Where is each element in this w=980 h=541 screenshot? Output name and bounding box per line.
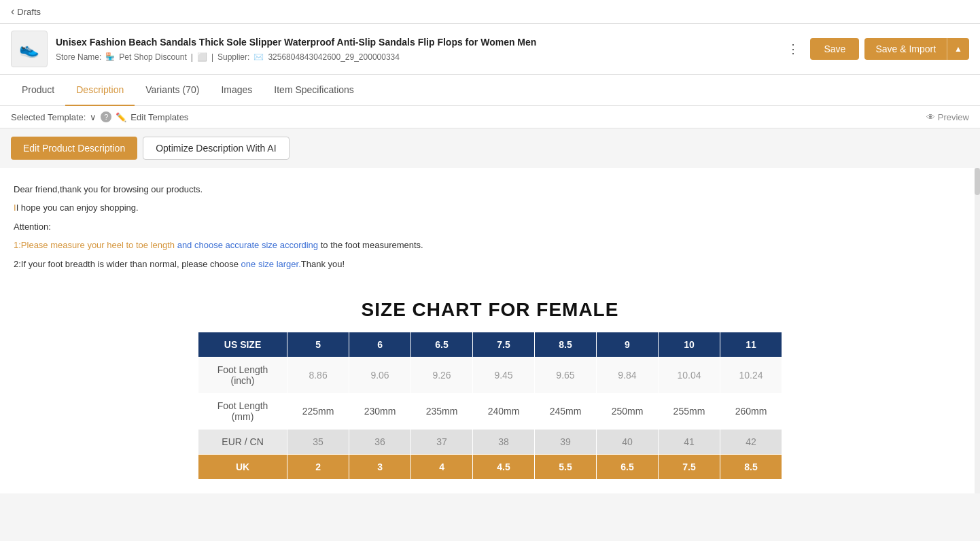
product-title: Unisex Fashion Beach Sandals Thick Sole …	[56, 36, 773, 50]
size-chart-title: SIZE CHART FOR FEMALE	[362, 299, 619, 321]
col-8-5: 8.5	[535, 332, 597, 357]
cell: 10.24	[720, 357, 782, 393]
cell: 9.06	[349, 357, 411, 393]
template-chevron-icon: ∨	[90, 112, 97, 122]
col-11: 11	[720, 332, 782, 357]
desc-line-3: Attention:	[14, 219, 966, 234]
cell: 35	[287, 429, 349, 454]
tab-description[interactable]: Description	[65, 75, 135, 106]
cell: 42	[720, 429, 782, 454]
cell: 6.5	[596, 454, 658, 479]
edit-pencil-icon: ✏️	[116, 112, 126, 122]
col-6: 6	[349, 332, 411, 357]
table-row: Foot Length(mm) 225mm 230mm 235mm 240mm …	[198, 393, 782, 429]
cell: 8.86	[287, 357, 349, 393]
cell: 10.04	[658, 357, 720, 393]
eye-icon: 👁	[926, 112, 935, 122]
save-import-arrow-button[interactable]: ▲	[947, 38, 969, 60]
supplier-icon: ✉️	[253, 52, 264, 62]
cell: 245mm	[535, 393, 597, 429]
cell: 5.5	[535, 454, 597, 479]
cell: 8.5	[720, 454, 782, 479]
table-row: UK 2 3 4 4.5 5.5 6.5 7.5 8.5	[198, 454, 782, 479]
row-label-eur: EUR / CN	[198, 429, 287, 454]
cell: 230mm	[349, 393, 411, 429]
col-10: 10	[658, 332, 720, 357]
cell: 7.5	[658, 454, 720, 479]
template-help-icon[interactable]: ?	[101, 111, 111, 122]
size-table: US SIZE 5 6 6.5 7.5 8.5 9 10 11 Foot Len…	[198, 332, 782, 480]
tab-bar: Product Description Variants (70) Images…	[0, 75, 980, 106]
store-name: Pet Shop Discount	[119, 52, 186, 62]
template-bar: Selected Template: ∨ ? ✏️ Edit Templates…	[0, 106, 980, 128]
template-label: Selected Template:	[11, 112, 86, 122]
scrollbar-thumb[interactable]	[975, 168, 980, 195]
save-import-button[interactable]: Save & Import	[864, 38, 947, 60]
cell: 40	[596, 429, 658, 454]
content-area: Dear friend,thank you for browsing our p…	[0, 168, 980, 493]
cell: 4	[411, 454, 473, 479]
product-meta: Store Name: 🏪 Pet Shop Discount | ⬜ | Su…	[56, 52, 773, 62]
tab-product[interactable]: Product	[11, 75, 65, 106]
top-bar: ‹ Drafts	[0, 0, 980, 24]
edit-templates-label[interactable]: Edit Templates	[130, 112, 188, 122]
back-button[interactable]: ‹ Drafts	[11, 5, 41, 18]
back-arrow-icon: ‹	[11, 5, 14, 18]
cell: 260mm	[720, 393, 782, 429]
save-import-group: Save & Import ▲	[864, 38, 969, 60]
tab-item-specifications[interactable]: Item Specifications	[263, 75, 365, 106]
col-5: 5	[287, 332, 349, 357]
template-right[interactable]: 👁 Preview	[926, 112, 969, 122]
size-chart: SIZE CHART FOR FEMALE US SIZE 5 6 6.5 7.…	[14, 299, 966, 480]
save-button[interactable]: Save	[810, 38, 859, 60]
product-thumbnail: 👟	[11, 31, 48, 67]
shoe-icon: 👟	[19, 39, 39, 58]
cell: 9.65	[535, 357, 597, 393]
desc-line-2: II hope you can enjoy shopping.	[14, 200, 966, 215]
tab-variants[interactable]: Variants (70)	[135, 75, 210, 106]
cell: 9.84	[596, 357, 658, 393]
cell: 250mm	[596, 393, 658, 429]
cell: 2	[287, 454, 349, 479]
col-9: 9	[596, 332, 658, 357]
supplier-label: Supplier:	[217, 52, 249, 62]
window-icon: ⬜	[197, 52, 207, 62]
template-left: Selected Template: ∨ ? ✏️ Edit Templates	[11, 111, 188, 122]
cell: 39	[535, 429, 597, 454]
row-label-foot-mm: Foot Length(mm)	[198, 393, 287, 429]
cell: 4.5	[473, 454, 535, 479]
edit-description-button[interactable]: Edit Product Description	[11, 137, 137, 160]
tab-images[interactable]: Images	[210, 75, 263, 106]
description-text: Dear friend,thank you for browsing our p…	[14, 181, 966, 272]
product-info: Unisex Fashion Beach Sandals Thick Sole …	[56, 36, 773, 62]
cell: 235mm	[411, 393, 473, 429]
table-row: EUR / CN 35 36 37 38 39 40 41 42	[198, 429, 782, 454]
preview-label: Preview	[938, 112, 969, 122]
cell: 240mm	[473, 393, 535, 429]
cell: 9.26	[411, 357, 473, 393]
more-options-button[interactable]: ⋮	[782, 39, 805, 59]
col-6-5: 6.5	[411, 332, 473, 357]
action-buttons-bar: Edit Product Description Optimize Descri…	[0, 128, 980, 168]
store-label: Store Name:	[56, 52, 101, 62]
cell: 38	[473, 429, 535, 454]
cell: 3	[349, 454, 411, 479]
cell: 41	[658, 429, 720, 454]
desc-line-4: 1:Please measure your heel to toe length…	[14, 237, 966, 253]
header-actions: ⋮ Save Save & Import ▲	[782, 38, 969, 60]
col-7-5: 7.5	[473, 332, 535, 357]
table-row: Foot Length(inch) 8.86 9.06 9.26 9.45 9.…	[198, 357, 782, 393]
store-icon: 🏪	[105, 52, 115, 61]
cell: 255mm	[658, 393, 720, 429]
desc-line-5: 2:If your foot breadth is wider than nor…	[14, 256, 966, 272]
scrollbar-track[interactable]	[975, 168, 980, 493]
optimize-ai-button[interactable]: Optimize Description With AI	[143, 137, 289, 160]
cell: 37	[411, 429, 473, 454]
cell: 9.45	[473, 357, 535, 393]
row-label-foot-inch: Foot Length(inch)	[198, 357, 287, 393]
row-label-uk: UK	[198, 454, 287, 479]
cell: 36	[349, 429, 411, 454]
drafts-label: Drafts	[17, 7, 41, 17]
cell: 225mm	[287, 393, 349, 429]
supplier-id: 3256804843042600_29_200000334	[268, 52, 400, 62]
